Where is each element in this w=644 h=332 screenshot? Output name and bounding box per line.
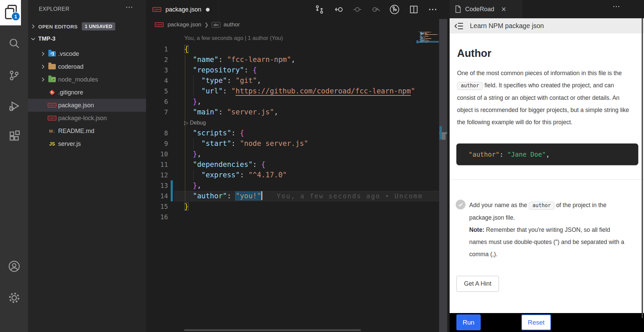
file-tree: .vscodecoderoadjsnode_modules.gitignoren… [28,47,146,150]
reset-button[interactable]: Reset [521,314,551,330]
code-area[interactable]: 1{2 "name": "fcc-learn-npm",3 "repositor… [146,44,439,222]
tree-item-package-lock-json[interactable]: npmpackage-lock.json [28,112,146,125]
task-check-icon [456,200,466,209]
npm-file-icon: npm [152,7,161,12]
horizontal-scrollbar[interactable] [184,329,361,331]
code-line-6[interactable]: 6 }, [146,96,439,107]
split-editor-icon[interactable] [408,3,420,16]
line-number: 4 [146,75,169,86]
code-line-12[interactable]: 12 "express": "^4.17.0" [146,170,439,180]
panel-more-actions[interactable]: ⋯ [613,2,621,11]
tree-item-coderoad[interactable]: coderoad [28,60,146,73]
gutter [171,65,173,75]
account-icon[interactable] [0,256,28,276]
blame-annotation[interactable]: You, a few seconds ago | 1 author (You) [184,35,283,41]
code-line-7[interactable]: 7 "main": "server.js", [146,107,439,117]
run-button[interactable]: Run [456,314,481,330]
line-number: 6 [146,96,169,107]
coderoad-footer: Run Reset [450,313,644,332]
tree-item-readme-md[interactable]: M↓README.md [28,125,146,137]
code-line-3[interactable]: 3 "repository": { [146,65,439,75]
current-change-icon[interactable] [351,3,363,16]
editor-more-actions-icon[interactable] [427,3,439,16]
search-icon[interactable] [0,33,28,53]
line-number: 5 [146,86,169,96]
code-line-2[interactable]: 2 "name": "fcc-learn-npm", [146,54,439,65]
coderoad-tab-title: CodeRoad [465,6,494,13]
previous-change-icon[interactable] [333,3,345,16]
code-line-1[interactable]: 1{ [146,44,439,54]
tree-item-node-modules[interactable]: jsnode_modules [28,73,146,86]
codelens-debug[interactable]: ▷ Debug [146,117,439,128]
editor-group: npm package.json [146,0,450,332]
chevron-right-icon [41,51,45,56]
extensions-icon[interactable] [0,126,28,146]
chevron-right-icon [41,64,45,69]
modified-dot-icon [206,8,210,12]
chevron-right-icon [41,77,45,82]
tree-item-server-js[interactable]: JSserver.js [28,137,146,150]
markdown-file-icon: M↓ [49,129,55,134]
run-debug-icon[interactable] [0,96,28,116]
line-number: 14 [146,191,169,201]
panel-scrollbar[interactable] [642,18,643,318]
gutter [171,159,173,170]
vertical-scrollbar[interactable] [439,19,447,332]
line-number: 7 [146,107,169,117]
tree-item--vscode[interactable]: .vscode [28,47,146,60]
gutter [171,201,173,212]
line-number: 16 [146,212,169,222]
code-line-10[interactable]: 10 }, [146,149,439,159]
url-link[interactable]: https://github.com/coderoad/fcc-learn-np… [236,87,411,95]
tab-coderoad[interactable]: CodeRoad ✕ [450,0,522,18]
code-line-8[interactable]: 8 "scripts": { [146,128,439,138]
npm-file-icon: npm [155,22,164,27]
code-line-4[interactable]: 4 "type": "git", [146,75,439,86]
activity-bar: 1 [0,0,28,332]
code-line-16[interactable]: 16 [146,212,439,222]
symbol-kind-icon: abc [212,22,220,28]
tab-package-json[interactable]: npm package.json [146,0,219,19]
tree-item-label: coderoad [58,63,84,70]
inline-code-chip: author [457,82,483,90]
tutorial-header: Learn NPM package json [450,18,644,34]
tree-item-label: server.js [58,140,81,148]
collapse-menu-icon[interactable] [454,22,464,30]
code-line-13[interactable]: 13 }, [146,180,439,191]
breadcrumb[interactable]: npm package.json ❯ abc author [146,19,450,30]
code-line-11[interactable]: 11 "dependencies": { [146,159,439,170]
get-hint-button[interactable]: Get A Hint [456,276,499,292]
text-cursor [261,191,262,200]
open-changes-icon[interactable] [313,3,326,16]
code-line-15[interactable]: 15} [146,201,439,212]
coderoad-run-icon[interactable] [388,3,401,16]
tree-item-label: README.md [58,128,94,135]
gutter [171,138,173,149]
code-line-9[interactable]: 9 "start": "node server.js" [146,138,439,149]
task-description: Add your name as the author of the proje… [469,199,625,260]
close-icon[interactable]: ✕ [501,5,506,13]
gutter [171,107,173,117]
workspace-root-row[interactable]: TMP-3 [28,34,146,44]
line-number: 13 [146,180,169,191]
minimap-current-line [418,41,439,43]
chevron-right-icon [31,24,35,29]
next-change-icon[interactable] [370,3,382,16]
tree-item-package-json[interactable]: npmpackage.json [28,99,146,112]
open-editors-section[interactable]: OPEN EDITORS 1 UNSAVED [28,21,146,32]
breadcrumb-symbol[interactable]: author [223,21,240,28]
code-line-14[interactable]: 14 "author": "you!"You, a few seconds ag… [146,191,439,201]
line-number: 3 [146,65,169,75]
gutter [171,149,173,159]
code-line-5[interactable]: 5 "url": "https://github.com/coderoad/fc… [146,86,439,96]
settings-gear-icon[interactable] [0,288,28,308]
source-control-icon[interactable] [0,65,28,86]
unsaved-badge: 1 UNSAVED [82,22,116,30]
tree-item--gitignore[interactable]: .gitignore [28,86,146,99]
line-number: 10 [146,149,169,159]
editor-tab-bar: npm package.json [146,0,450,19]
gutter [171,212,173,222]
breadcrumb-file[interactable]: package.json [167,21,201,28]
unsaved-count-badge: 1 [11,12,20,21]
explorer-more-actions[interactable]: ⋯ [125,3,134,12]
